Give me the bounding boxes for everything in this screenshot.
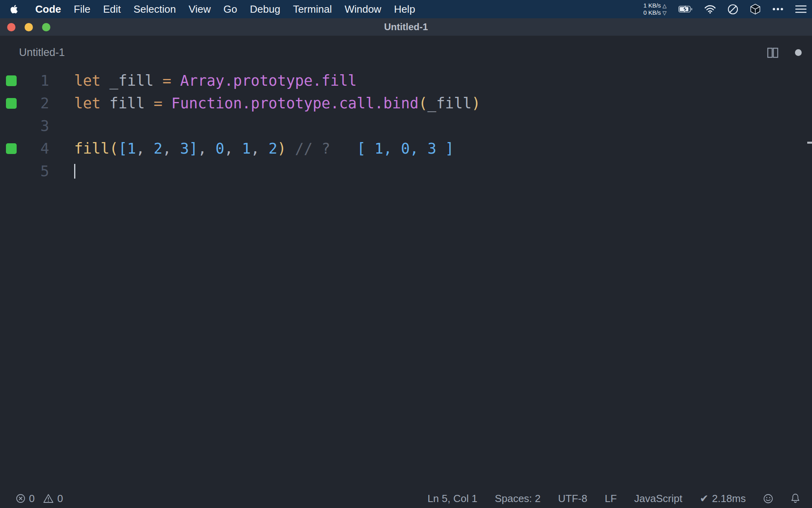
token-number: 1 [127, 137, 136, 160]
eol-sequence[interactable]: LF [605, 493, 617, 505]
battery-charging-icon[interactable] [678, 6, 693, 13]
token-number: 2 [268, 137, 277, 160]
menu-window[interactable]: Window [338, 3, 387, 15]
token-plain [171, 69, 180, 92]
token-plain: _fill [101, 69, 163, 92]
screen: Code FileEditSelectionViewGoDebugTermina… [0, 0, 812, 508]
notifications-bell-icon[interactable] [791, 493, 800, 504]
token-plain: , [163, 137, 180, 160]
code-line-2[interactable]: 2let fill = Function.prototype.call.bind… [0, 92, 812, 115]
language-mode[interactable]: JavaScript [634, 493, 682, 505]
token-comment: // ? [295, 137, 330, 160]
list-icon[interactable] [795, 5, 806, 13]
text-cursor [74, 164, 75, 179]
token-result: [ 1, 0, 3 ] [357, 137, 454, 160]
line-content: let fill = Function.prototype.call.bind(… [74, 92, 481, 115]
token-plain: , [136, 137, 154, 160]
error-count: 0 [29, 493, 34, 505]
coverage-indicator [6, 75, 17, 86]
net-down-label: 0 KB/s ▽ [643, 9, 666, 16]
line-number: 3 [17, 115, 49, 137]
menu-file[interactable]: File [67, 3, 97, 15]
menu-app-name[interactable]: Code [29, 3, 67, 15]
token-keyword: let [74, 69, 101, 92]
token-plain: _fill [427, 92, 471, 115]
token-operator: = [153, 92, 162, 115]
menu-view[interactable]: View [182, 3, 217, 15]
close-window-button[interactable] [7, 23, 15, 31]
macos-menu-bar: Code FileEditSelectionViewGoDebugTermina… [0, 0, 812, 18]
token-plain: , [198, 137, 216, 160]
check-icon: ✔ [700, 493, 709, 505]
editor-header: Untitled-1 [0, 36, 812, 69]
problems-warnings[interactable]: 0 [43, 493, 67, 505]
line-content: let _fill = Array.prototype.fill [74, 69, 357, 92]
problems-errors[interactable]: 0 [16, 493, 38, 505]
token-property: Function.prototype.call.bind [171, 92, 419, 115]
more-icon[interactable] [772, 8, 783, 11]
zoom-window-button[interactable] [42, 23, 50, 31]
menu-debug[interactable]: Debug [243, 3, 287, 15]
menu-help[interactable]: Help [388, 3, 421, 15]
status-bar: 0 0 Ln 5, Col 1 Spaces: 2 UTF-8 LF JavaS… [0, 489, 812, 508]
line-number: 4 [17, 137, 49, 160]
indentation[interactable]: Spaces: 2 [495, 493, 541, 505]
line-number: 5 [17, 160, 49, 183]
warning-count: 0 [57, 493, 63, 505]
cursor-position[interactable]: Ln 5, Col 1 [427, 493, 477, 505]
net-up-label: 1 KB/s △ [643, 2, 666, 9]
up-triangle-icon: △ [663, 3, 666, 9]
traffic-lights [7, 18, 50, 36]
line-number: 1 [17, 69, 49, 92]
token-number: 1 [242, 137, 251, 160]
perf-time: 2.18ms [712, 493, 746, 505]
code-line-3[interactable]: 3 [0, 115, 812, 137]
window-title-bar: Untitled-1 [0, 18, 812, 36]
token-func: fill [74, 137, 109, 160]
down-triangle-icon: ▽ [663, 10, 666, 16]
overview-ruler-mark [807, 142, 812, 144]
encoding[interactable]: UTF-8 [558, 493, 588, 505]
unsaved-changes-indicator[interactable] [795, 49, 802, 56]
token-property: Array.prototype.fill [180, 69, 357, 92]
quokka-perf[interactable]: ✔ 2.18ms [700, 493, 746, 505]
token-number: ] [189, 137, 198, 160]
token-plain: , [224, 137, 242, 160]
do-not-disturb-icon[interactable] [728, 4, 738, 15]
token-plain [330, 137, 357, 160]
token-number: 3 [180, 137, 189, 160]
line-number: 2 [17, 92, 49, 115]
apple-menu[interactable] [10, 4, 18, 14]
split-editor-icon[interactable] [767, 48, 778, 58]
apple-icon [10, 4, 18, 14]
token-plain [163, 92, 171, 115]
code-line-4[interactable]: 4fill([1, 2, 3], 0, 1, 2) // ? [ 1, 0, 3… [0, 137, 812, 160]
window-title: Untitled-1 [384, 21, 428, 33]
token-keyword: let [74, 92, 101, 115]
menu-selection[interactable]: Selection [127, 3, 182, 15]
token-plain [286, 137, 295, 160]
coverage-indicator [6, 143, 17, 154]
token-number: 2 [154, 137, 163, 160]
editor[interactable]: 1let _fill = Array.prototype.fill2let fi… [0, 69, 812, 183]
code-line-5[interactable]: 5 [0, 160, 812, 183]
line-content: fill([1, 2, 3], 0, 1, 2) // ? [ 1, 0, 3 … [74, 137, 454, 160]
code-line-1[interactable]: 1let _fill = Array.prototype.fill [0, 69, 812, 92]
menu-go[interactable]: Go [217, 3, 244, 15]
menu-terminal[interactable]: Terminal [287, 3, 338, 15]
warning-triangle-icon [43, 494, 54, 503]
minimize-window-button[interactable] [25, 23, 33, 31]
token-number: 0 [215, 137, 224, 160]
wifi-icon[interactable] [705, 5, 716, 13]
coverage-indicator [6, 98, 17, 109]
feedback-smiley-icon[interactable] [763, 494, 773, 504]
token-plain: fill [101, 92, 154, 115]
token-paren: ) [277, 137, 286, 160]
network-speed-indicator[interactable]: 1 KB/s △ 0 KB/s ▽ [643, 2, 666, 16]
tab-untitled-1[interactable]: Untitled-1 [19, 46, 65, 59]
app-cube-icon[interactable] [750, 4, 760, 15]
token-paren: ( [109, 137, 118, 160]
token-number: [ [118, 137, 127, 160]
token-paren: ( [419, 92, 427, 115]
menu-edit[interactable]: Edit [97, 3, 127, 15]
